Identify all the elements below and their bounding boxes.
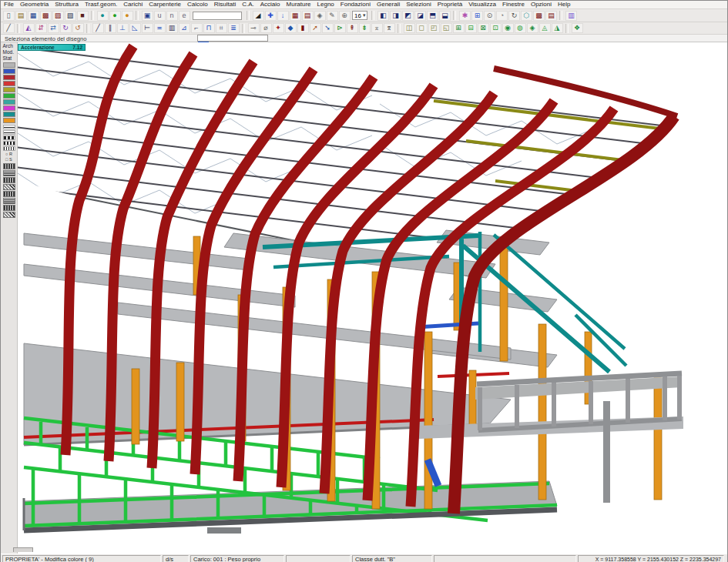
context-struct-icon[interactable]: ● <box>97 11 109 21</box>
view-tab[interactable] <box>13 547 33 552</box>
mirror-x-icon[interactable]: ◭ <box>23 23 35 33</box>
color-swatch[interactable] <box>3 75 15 80</box>
grid-icon[interactable]: ▤ <box>302 11 314 21</box>
wireframe-icon[interactable]: ⊞ <box>471 11 483 21</box>
color-swatch[interactable] <box>3 81 15 86</box>
mesh-minus-icon[interactable]: ⊟ <box>465 23 477 33</box>
archive-icon[interactable]: ■ <box>77 11 89 21</box>
menu-item[interactable]: Carichi <box>120 1 146 8</box>
lower-icon[interactable]: ➘ <box>322 23 334 33</box>
menu-item[interactable]: Geometria <box>17 1 52 8</box>
menu-item[interactable]: Help <box>555 1 573 8</box>
draw-tee-icon[interactable]: ⊢ <box>142 23 153 33</box>
color-swatch[interactable] <box>3 93 15 99</box>
solid-view-icon[interactable]: ▤ <box>545 11 557 21</box>
view-left-icon[interactable]: ◩ <box>402 11 414 21</box>
menu-item[interactable]: File <box>1 1 17 8</box>
draw-line-icon[interactable]: ╱ <box>92 23 104 33</box>
pattern-swatch[interactable] <box>3 184 15 190</box>
undo-icon[interactable]: u <box>154 11 166 21</box>
menu-item[interactable]: Fondazioni <box>337 1 374 8</box>
color-swatch[interactable] <box>3 87 15 92</box>
legend-glyph-row[interactable]: □ S <box>5 157 12 162</box>
beam-icon[interactable]: ≣ <box>228 23 240 33</box>
menu-item[interactable]: Carpenterie <box>146 1 184 8</box>
sidebar-context-item[interactable]: Stat <box>2 55 17 62</box>
sidebar-context-item[interactable]: Arch <box>2 43 17 49</box>
snap-size-select[interactable]: 16▾ <box>352 11 367 20</box>
extrude-down-icon[interactable]: ⇟ <box>359 23 371 33</box>
shell-icon[interactable]: ◫ <box>404 23 415 33</box>
tri-up-icon[interactable]: ◬ <box>539 23 551 33</box>
menu-item[interactable]: Trasf.geom. <box>82 1 120 8</box>
gem-icon[interactable]: ◈ <box>314 11 326 21</box>
menu-item[interactable]: Opzioni <box>528 1 555 8</box>
color-swatch[interactable] <box>3 69 15 74</box>
pattern-swatch[interactable] <box>3 205 15 211</box>
add-node-icon[interactable]: ✦ <box>273 23 284 33</box>
roof-grid[interactable] <box>18 47 686 369</box>
swap-axes-icon[interactable]: ⇄ <box>48 23 59 33</box>
save-all-icon[interactable]: ▩ <box>40 11 52 21</box>
rotate-cw-icon[interactable]: ↻ <box>60 23 72 33</box>
menu-item[interactable]: Legno <box>314 1 337 8</box>
mesh-dot-icon[interactable]: ⊡ <box>490 23 502 33</box>
zoom-prev-icon[interactable]: ◔ <box>496 11 508 21</box>
view-front-icon[interactable]: ◨ <box>390 11 401 21</box>
draw-parallel-icon[interactable]: ∥ <box>105 23 116 33</box>
line-style-swatch[interactable] <box>3 130 15 135</box>
panel-icon[interactable]: ◻ <box>416 23 428 33</box>
pattern-swatch[interactable] <box>3 191 15 197</box>
menu-item[interactable]: Calcolo <box>184 1 211 8</box>
mirror-y-icon[interactable]: ⇵ <box>35 23 47 33</box>
menu-item[interactable]: Generali <box>374 1 403 8</box>
import-icon[interactable]: ▧ <box>65 11 76 21</box>
rotate-ccw-icon[interactable]: ↺ <box>72 23 84 33</box>
view-right-icon[interactable]: ◪ <box>414 11 426 21</box>
probe-icon[interactable]: ⊸ <box>248 23 260 33</box>
menu-item[interactable]: C.A. <box>239 1 257 8</box>
draw-tri-icon[interactable]: ◺ <box>129 23 141 33</box>
sidebar-context-item[interactable]: Mod. <box>2 49 17 55</box>
corner-icon[interactable]: ⌐ <box>191 23 203 33</box>
model-canvas[interactable] <box>18 42 727 554</box>
new-icon[interactable]: ▯ <box>3 11 15 21</box>
selection-input[interactable]: 7.1 <box>197 35 268 42</box>
legend-glyph-row[interactable]: ○ R <box>5 152 12 157</box>
view-top-icon[interactable]: ◧ <box>377 11 389 21</box>
context-check-icon[interactable]: ● <box>109 11 121 21</box>
move-icon[interactable]: ✚ <box>265 11 277 21</box>
gem2-icon[interactable]: ◈ <box>527 23 538 33</box>
section-box-icon[interactable]: ▩ <box>533 11 545 21</box>
pattern-swatch[interactable] <box>3 198 15 204</box>
load-case-overlay[interactable]: Accelerazione 7.12 <box>18 44 86 51</box>
save-icon[interactable]: ▦ <box>28 11 39 21</box>
color-swatch[interactable] <box>3 99 15 105</box>
line-style-swatch[interactable] <box>3 125 15 129</box>
open-icon[interactable]: ▤ <box>15 11 27 21</box>
pattern-swatch[interactable] <box>3 212 15 218</box>
add-column-icon[interactable]: ▮ <box>297 23 309 33</box>
pencil-icon[interactable]: ✎ <box>327 11 338 21</box>
menu-item[interactable]: Finestre <box>499 1 528 8</box>
menu-item[interactable]: Acciaio <box>257 1 283 8</box>
node-mode-icon[interactable]: n <box>166 11 178 21</box>
target-icon[interactable]: ⊕ <box>339 11 351 21</box>
color-swatch[interactable] <box>3 62 15 68</box>
view-axo-icon[interactable]: ⬒ <box>427 11 438 21</box>
print-icon[interactable]: ▨ <box>52 11 64 21</box>
quad-icon[interactable]: ◰ <box>428 23 440 33</box>
shade-icon[interactable]: ◢ <box>253 11 264 21</box>
wedge-icon[interactable]: ⊿ <box>179 23 190 33</box>
mesh-icon[interactable]: ▦ <box>290 11 301 21</box>
line-style-swatch[interactable] <box>3 141 15 146</box>
clip-icon[interactable]: ⬡ <box>521 11 532 21</box>
model-viewport[interactable]: Accelerazione 7.12 <box>18 42 727 554</box>
mesh-plus-icon[interactable]: ⊞ <box>453 23 465 33</box>
table-icon[interactable]: ▣ <box>142 11 153 21</box>
line-style-swatch[interactable] <box>3 135 15 140</box>
hatch-icon[interactable]: ▥ <box>166 23 178 33</box>
dim-icon[interactable]: ⌗ <box>216 23 227 33</box>
raise-icon[interactable]: ➚ <box>310 23 321 33</box>
draw-perp-icon[interactable]: ⊥ <box>117 23 129 33</box>
